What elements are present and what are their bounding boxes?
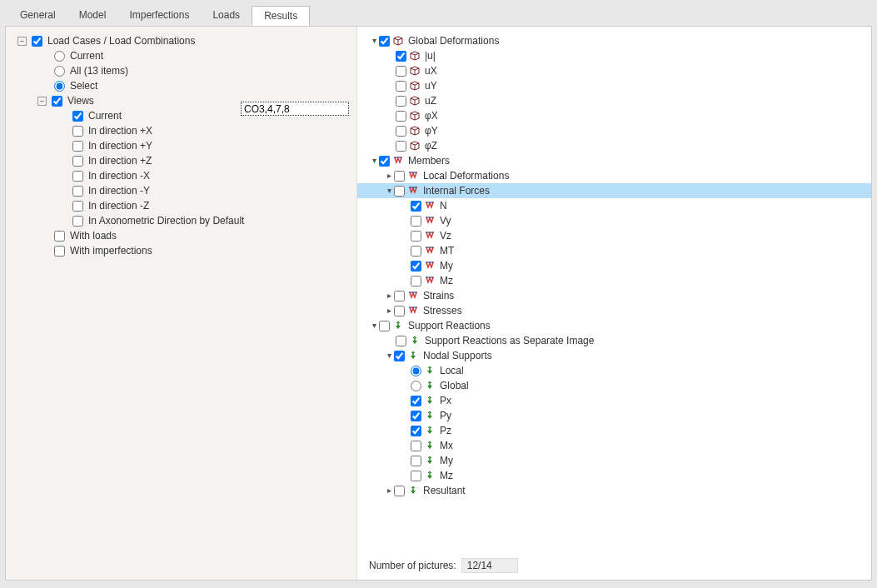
check-n[interactable] <box>411 201 421 212</box>
check-support-reactions[interactable] <box>379 321 390 331</box>
item-dir-pz[interactable]: In direction +Z <box>6 153 356 168</box>
node-global-def[interactable]: ▾ Global Deformations <box>357 33 871 48</box>
check-views[interactable] <box>52 96 62 107</box>
item-with-imps[interactable]: With imperfections <box>6 243 356 258</box>
check-uz[interactable] <box>396 96 406 107</box>
item-mz[interactable]: Mz <box>357 273 871 288</box>
chevron-right-icon[interactable]: ▸ <box>384 288 394 303</box>
check-axo[interactable] <box>72 216 83 227</box>
item-dir-py[interactable]: In direction +Y <box>6 138 356 153</box>
radio-local[interactable] <box>411 366 421 376</box>
check-members[interactable] <box>379 156 390 167</box>
item-vy[interactable]: Vy <box>357 213 871 228</box>
check-mz[interactable] <box>411 276 421 287</box>
check-r-my[interactable] <box>411 456 421 466</box>
check-phz[interactable] <box>396 141 406 152</box>
item-dir-mz[interactable]: In direction -Z <box>6 198 356 213</box>
check-dir-pz[interactable] <box>72 156 83 167</box>
item-dir-px[interactable]: In direction +X <box>6 123 356 138</box>
tab-model[interactable]: Model <box>67 6 118 26</box>
item-phz[interactable]: φZ <box>357 138 871 153</box>
collapse-icon[interactable]: − <box>37 97 47 106</box>
radio-select[interactable] <box>54 81 65 92</box>
check-nodal-supports[interactable] <box>394 351 405 361</box>
check-load-cases[interactable] <box>32 36 42 47</box>
chevron-right-icon[interactable]: ▸ <box>384 168 394 183</box>
item-px[interactable]: Px <box>357 393 871 408</box>
check-dir-px[interactable] <box>72 126 83 137</box>
item-dir-my[interactable]: In direction -Y <box>6 183 356 198</box>
check-global-def[interactable] <box>379 36 390 47</box>
item-sr-sep[interactable]: Support Reactions as Separate Image <box>357 333 871 348</box>
check-py[interactable] <box>411 411 421 421</box>
radio-all[interactable] <box>54 66 65 77</box>
node-internal-forces[interactable]: ▾Internal Forces <box>357 183 871 198</box>
tab-general[interactable]: General <box>8 6 67 26</box>
chevron-down-icon[interactable]: ▾ <box>369 33 379 48</box>
chevron-down-icon[interactable]: ▾ <box>369 153 379 168</box>
item-pz[interactable]: Pz <box>357 423 871 438</box>
check-dir-mz[interactable] <box>72 201 83 212</box>
item-dir-mx[interactable]: In direction -X <box>6 168 356 183</box>
tab-imperfections[interactable]: Imperfections <box>117 6 201 26</box>
check-r-mz[interactable] <box>411 471 421 481</box>
item-mt[interactable]: MT <box>357 243 871 258</box>
check-dir-mx[interactable] <box>72 171 83 182</box>
check-stresses[interactable] <box>394 306 405 316</box>
check-strains[interactable] <box>394 291 405 301</box>
chevron-down-icon[interactable]: ▾ <box>369 318 379 333</box>
check-internal-forces[interactable] <box>394 186 405 197</box>
check-with-imps[interactable] <box>54 246 65 257</box>
node-load-cases[interactable]: − Load Cases / Load Combinations <box>6 33 356 48</box>
item-my[interactable]: My <box>357 258 871 273</box>
node-local-def[interactable]: ▸Local Deformations <box>357 168 871 183</box>
check-phy[interactable] <box>396 126 406 137</box>
node-resultant[interactable]: ▸Resultant <box>357 483 871 498</box>
check-mt[interactable] <box>411 246 421 257</box>
check-vy[interactable] <box>411 216 421 227</box>
item-axo[interactable]: In Axonometric Direction by Default <box>6 213 356 228</box>
item-r-mz[interactable]: Mz <box>357 468 871 483</box>
check-vz[interactable] <box>411 231 421 242</box>
collapse-icon[interactable]: − <box>17 37 27 46</box>
node-strains[interactable]: ▸Strains <box>357 288 871 303</box>
item-mx[interactable]: Mx <box>357 438 871 453</box>
chevron-right-icon[interactable]: ▸ <box>384 483 394 498</box>
check-dir-my[interactable] <box>72 186 83 197</box>
check-dir-py[interactable] <box>72 141 83 152</box>
check-local-def[interactable] <box>394 171 405 182</box>
check-uy[interactable] <box>396 81 406 92</box>
radio-global[interactable] <box>411 381 421 391</box>
item-py[interactable]: Py <box>357 408 871 423</box>
opt-select[interactable]: Select <box>6 78 356 93</box>
item-uy[interactable]: uY <box>357 78 871 93</box>
check-with-loads[interactable] <box>54 231 65 242</box>
check-u[interactable] <box>396 51 406 62</box>
check-ux[interactable] <box>396 66 406 77</box>
radio-current[interactable] <box>54 51 65 62</box>
chevron-right-icon[interactable]: ▸ <box>384 303 394 318</box>
chevron-down-icon[interactable]: ▾ <box>384 183 394 198</box>
select-co-input[interactable] <box>241 102 349 116</box>
item-uz[interactable]: uZ <box>357 93 871 108</box>
item-vz[interactable]: Vz <box>357 228 871 243</box>
opt-all[interactable]: All (13 items) <box>6 63 356 78</box>
opt-global[interactable]: Global <box>357 378 871 393</box>
item-phx[interactable]: φX <box>357 108 871 123</box>
node-stresses[interactable]: ▸Stresses <box>357 303 871 318</box>
check-mx[interactable] <box>411 441 421 451</box>
item-phy[interactable]: φY <box>357 123 871 138</box>
item-with-loads[interactable]: With loads <box>6 228 356 243</box>
check-view-current[interactable] <box>72 111 83 122</box>
check-my[interactable] <box>411 261 421 272</box>
tab-results[interactable]: Results <box>252 6 310 26</box>
check-resultant[interactable] <box>394 486 405 496</box>
item-r-my[interactable]: My <box>357 453 871 468</box>
tab-loads[interactable]: Loads <box>201 6 252 26</box>
check-pz[interactable] <box>411 426 421 436</box>
opt-local[interactable]: Local <box>357 363 871 378</box>
item-n[interactable]: N <box>357 198 871 213</box>
check-phx[interactable] <box>396 111 406 122</box>
check-px[interactable] <box>411 396 421 406</box>
chevron-down-icon[interactable]: ▾ <box>384 348 394 363</box>
